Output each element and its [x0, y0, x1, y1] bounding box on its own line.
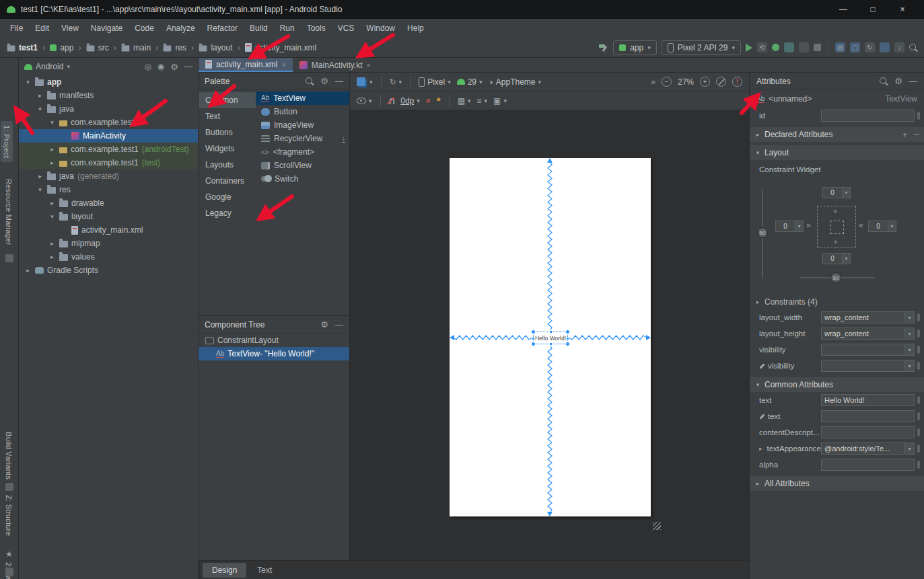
- menu-vcs[interactable]: VCS: [332, 20, 361, 37]
- breadcrumb-res[interactable]: res: [163, 43, 186, 52]
- profile-icon[interactable]: [784, 42, 794, 52]
- maximize-button[interactable]: □: [858, 5, 888, 14]
- selection-handle[interactable]: [531, 342, 536, 346]
- margin-left-dropdown[interactable]: 0▾: [775, 221, 804, 232]
- flag-indicator[interactable]: [917, 412, 920, 420]
- layout-height-dropdown[interactable]: wrap_content▾: [821, 327, 915, 340]
- menu-navigate[interactable]: Navigate: [85, 20, 129, 37]
- flag-indicator[interactable]: [917, 346, 920, 354]
- locate-file-icon[interactable]: ◉: [157, 63, 164, 71]
- orientation-dropdown[interactable]: ↻▾: [390, 78, 402, 86]
- stripe-tab-resource-manager[interactable]: Resource Manager: [5, 179, 13, 245]
- tree-item-java[interactable]: ▾java: [19, 102, 198, 116]
- zoom-out-button[interactable]: −: [662, 77, 672, 87]
- build-hammer-icon[interactable]: [598, 42, 608, 52]
- palette-category-layouts[interactable]: Layouts: [199, 157, 256, 173]
- chevron-collapsed-icon[interactable]: ▸: [754, 480, 761, 487]
- device-screen[interactable]: Hello World!: [450, 158, 651, 516]
- tree-item-package[interactable]: ▾com.example.test1: [19, 116, 198, 129]
- tree-chevron-icon[interactable]: ▾: [36, 186, 44, 193]
- palette-item-scrollview[interactable]: ScrollView: [256, 159, 349, 172]
- project-view-selector[interactable]: Android: [36, 62, 63, 71]
- palette-category-containers[interactable]: Containers: [199, 173, 256, 189]
- tree-chevron-icon[interactable]: ▸: [48, 240, 56, 247]
- tools-text-input[interactable]: [821, 410, 915, 422]
- chevron-collapsed-icon[interactable]: ▸: [759, 445, 764, 452]
- tab-mainactivity-kt[interactable]: MainActivity.kt ×: [293, 58, 378, 72]
- design-canvas[interactable]: Hello World!: [350, 110, 749, 560]
- component-constraintlayout[interactable]: ConstraintLayout: [199, 334, 349, 347]
- menu-refactor[interactable]: Refactor: [201, 20, 244, 37]
- breadcrumb-app[interactable]: app: [50, 43, 73, 52]
- flag-indicator[interactable]: [917, 313, 920, 321]
- constraint-anchor[interactable]: [566, 337, 569, 340]
- gear-icon[interactable]: ⚙: [320, 77, 328, 85]
- margin-top-dropdown[interactable]: 0▾: [822, 187, 851, 198]
- debug-icon[interactable]: [772, 44, 779, 51]
- minimize-button[interactable]: —: [828, 5, 858, 14]
- infer-constraints-button[interactable]: *: [437, 95, 441, 106]
- zoom-in-button[interactable]: +: [700, 77, 710, 87]
- tree-chevron-icon[interactable]: ▾: [24, 79, 32, 85]
- tree-chevron-icon[interactable]: ▸: [48, 200, 56, 206]
- stop-icon[interactable]: [814, 44, 821, 51]
- breadcrumb-test1[interactable]: test1: [7, 43, 38, 52]
- margin-right-dropdown[interactable]: 0▾: [868, 221, 896, 232]
- search-icon[interactable]: [306, 77, 314, 85]
- constraint-anchor[interactable]: [532, 337, 535, 340]
- autoconnect-magnet-icon[interactable]: U: [389, 96, 395, 106]
- palette-item-button[interactable]: Button: [256, 105, 349, 118]
- menu-edit[interactable]: Edit: [29, 20, 55, 37]
- menu-tools[interactable]: Tools: [301, 20, 332, 37]
- tree-chevron-icon[interactable]: ▾: [48, 213, 56, 220]
- flag-indicator[interactable]: [917, 362, 920, 370]
- tree-item-java-generated[interactable]: ▸java(generated): [19, 169, 198, 183]
- tree-item-gradle-scripts[interactable]: ▸Gradle Scripts: [19, 264, 198, 277]
- breadcrumb-src[interactable]: src: [86, 43, 109, 52]
- gear-icon[interactable]: ⚙: [894, 77, 902, 85]
- selection-handle[interactable]: [565, 330, 570, 334]
- stripe-icon[interactable]: [5, 254, 13, 262]
- apply-changes-icon[interactable]: ⟲: [757, 42, 767, 52]
- gear-icon[interactable]: ⚙: [320, 320, 328, 329]
- text-appearance-dropdown[interactable]: @android:style/Te...▾: [821, 442, 915, 455]
- flag-indicator[interactable]: [917, 396, 920, 404]
- menu-window[interactable]: Window: [360, 20, 401, 37]
- tree-chevron-icon[interactable]: ▾: [48, 119, 56, 126]
- vertical-bias-slider[interactable]: 50: [757, 227, 768, 238]
- flag-indicator[interactable]: [917, 445, 920, 453]
- hide-icon[interactable]: —: [184, 62, 192, 71]
- constraint-anchor[interactable]: [549, 342, 553, 346]
- tab-activity-main-xml[interactable]: activity_main.xml ×: [199, 58, 293, 72]
- all-attributes-section[interactable]: ▸ All Attributes: [750, 476, 924, 491]
- horizontal-bias-slider[interactable]: 50: [830, 272, 841, 283]
- selection-handle[interactable]: [565, 342, 570, 346]
- breadcrumb-main[interactable]: main: [121, 43, 151, 52]
- tab-design[interactable]: Design: [203, 563, 246, 578]
- stripe-tab-project[interactable]: 1: Project: [1, 121, 13, 162]
- menu-run[interactable]: Run: [274, 20, 301, 37]
- palette-category-buttons[interactable]: Buttons: [199, 124, 256, 141]
- tree-item-values[interactable]: ▸values: [19, 250, 198, 264]
- guidelines-dropdown[interactable]: ▦▾: [458, 97, 471, 105]
- palette-category-common[interactable]: Common: [199, 92, 256, 108]
- hide-icon[interactable]: —: [909, 77, 917, 86]
- device-size-dropdown[interactable]: Pixel▾: [419, 77, 451, 87]
- breadcrumb-activity-main-xml[interactable]: activity_main.xml: [245, 43, 316, 52]
- component-textview[interactable]: Ab TextView- "Hello World!": [199, 347, 349, 360]
- search-everywhere-icon[interactable]: [909, 44, 917, 52]
- theme-dropdown[interactable]: ◑AppTheme▾: [489, 77, 541, 87]
- api-version-dropdown[interactable]: 29▾: [457, 77, 483, 87]
- menu-code[interactable]: Code: [129, 20, 160, 37]
- bottom-stripe-icon[interactable]: [5, 568, 13, 576]
- tree-item-package-androidtest[interactable]: ▸com.example.test1(androidTest): [19, 143, 198, 156]
- tree-chevron-icon[interactable]: ▸: [48, 254, 56, 260]
- scope-globe-icon[interactable]: ◎: [144, 63, 151, 71]
- tree-chevron-icon[interactable]: ▸: [48, 159, 56, 166]
- flag-indicator[interactable]: [917, 461, 920, 469]
- hide-icon[interactable]: —: [335, 77, 343, 86]
- chevron-collapsed-icon[interactable]: ▸: [754, 131, 761, 138]
- menu-help[interactable]: Help: [401, 20, 430, 37]
- view-options-dropdown[interactable]: ▾: [357, 98, 372, 104]
- margin-bottom-dropdown[interactable]: 0▾: [822, 253, 851, 264]
